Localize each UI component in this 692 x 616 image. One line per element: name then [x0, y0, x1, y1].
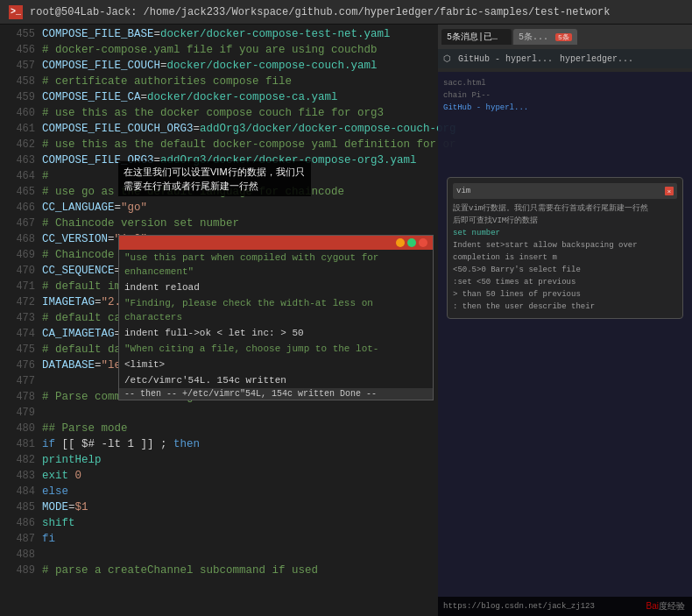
maximize-icon[interactable] — [407, 238, 416, 247]
popup-line-3: set number — [453, 227, 677, 239]
line-content: # docker-compose.yaml file if you are us… — [42, 44, 378, 56]
line-number: 474 — [7, 328, 35, 340]
line-number: 459 — [7, 91, 35, 103]
title-text: root@504Lab-Jack: /home/jack233/Workspac… — [30, 6, 611, 18]
github-link[interactable]: GitHub - hyperl... — [458, 54, 553, 64]
terminal-line-485: 485 MODE=$1 — [0, 501, 455, 517]
terminal-line-466: 466CC_LANGUAGE="go" — [0, 202, 455, 217]
vim-bottom-bar: -- then -- +/etc/vimrc"54L, 154c written… — [119, 388, 433, 400]
line-number: 468 — [7, 233, 35, 245]
cn-annotation-text: 在这里我们可以设置VIM行的数据，我们只需要在行首或者行尾新建一行然 — [124, 166, 305, 191]
line-number: 486 — [7, 517, 35, 529]
line-content: exit 0 — [42, 470, 81, 482]
baidu-text: Bai — [646, 601, 659, 611]
right-panel: 5条消息|已暂沉|Fabr... × 5条... 5条 ⬡ GitHub - h… — [438, 25, 692, 616]
browser-nav[interactable]: ⬡ GitHub - hyperl... hyperledger... — [438, 49, 692, 68]
terminal-line-459: 459COMPOSE_FILE_CA=docker/docker-compose… — [0, 91, 455, 107]
terminal-line-481: 481if [[ $# -lt 1 ]] ; then — [0, 438, 455, 454]
line-number: 458 — [7, 75, 35, 88]
terminal-line-458: 458# certificate authorities compose fil… — [0, 75, 455, 91]
line-number: 476 — [7, 359, 35, 372]
line-number: 456 — [7, 44, 35, 56]
popup-line-1: 設置vim行数据。我们只需要在行首或者行尾新建一行然 — [453, 202, 677, 215]
line-content: COMPOSE_FILE_COUCH_ORG3=addOrg3/docker/d… — [42, 123, 455, 135]
csdn-url: https://blog.csdn.net/jack_zj123 — [438, 602, 595, 611]
terminal-line-460: 460# use this as the docker compose couc… — [0, 107, 455, 123]
line-content: # Chaincode version set number — [42, 217, 239, 230]
vim-line-7: /etc/vimrc'54L. 154c written — [119, 372, 433, 388]
vim-line-5: "When citing a file, choose jump to the … — [119, 341, 433, 357]
line-number: 478 — [7, 391, 35, 403]
line-number: 485 — [7, 501, 35, 513]
line-number: 471 — [7, 280, 35, 293]
minimize-icon[interactable] — [396, 238, 405, 247]
popup-line-8: : then the user describe their — [453, 301, 677, 313]
line-number: 477 — [7, 375, 35, 387]
browser-tab-2[interactable]: 5条... 5条 — [513, 29, 577, 45]
terminal-line-467: 467# Chaincode version set number — [0, 217, 455, 233]
line-number: 473 — [7, 312, 35, 324]
line-content: CC_SEQUENCE=1 — [42, 265, 128, 277]
browser-content: sacc.html chain Pi-- GitHub - hyperl... … — [438, 72, 692, 616]
vim-line-6: <limit> — [119, 357, 433, 372]
terminal-line-456: 456# docker-compose.yaml file if you are… — [0, 44, 455, 60]
popup-overlay: vim × 設置vim行数据。我们只需要在行首或者行尾新建一行然 后即可查找VI… — [447, 177, 683, 319]
line-content: # — [42, 170, 49, 182]
close-icon[interactable] — [419, 238, 427, 247]
line-number: 472 — [7, 296, 35, 308]
line-number: 483 — [7, 470, 35, 482]
line-content: MODE=$1 — [42, 501, 88, 513]
line-content: # parse a createChannel subcommand if us… — [42, 564, 318, 577]
line-content: CC_LANGUAGE="go" — [42, 202, 147, 214]
line-content: shift — [42, 517, 75, 529]
hyperledger-link[interactable]: hyperledger... — [560, 54, 633, 64]
line-number: 463 — [7, 154, 35, 166]
popup-title: vim — [456, 187, 470, 195]
terminal-line-484: 484else — [0, 485, 455, 501]
line-number: 462 — [7, 138, 35, 151]
line-number: 467 — [7, 217, 35, 230]
popup-line-2: 后即可查找VIM行的数据 — [453, 215, 677, 227]
line-content: printHelp — [42, 454, 102, 466]
vim-line-2: indent reload — [119, 280, 433, 295]
terminal-line-489: 489# parse a createChannel subcommand if… — [0, 564, 455, 580]
line-number: 480 — [7, 422, 35, 435]
line-number: 484 — [7, 485, 35, 498]
line-number: 465 — [7, 186, 35, 198]
terminal-line-462: 462# use this as the default docker-comp… — [0, 138, 455, 154]
popup-line-7: > than 50 lines of previous — [453, 288, 677, 301]
popup-close-button[interactable]: × — [665, 187, 674, 195]
line-content: ## Parse mode — [42, 422, 128, 435]
line-number: 455 — [7, 28, 35, 40]
line-content: if [[ $# -lt 1 ]] ; then — [42, 438, 200, 450]
main-area: 455COMPOSE_FILE_BASE=docker/docker-compo… — [0, 25, 692, 616]
popup-line-6: :set <50 times at previous — [453, 276, 677, 288]
terminal-line-483: 483 exit 0 — [0, 470, 455, 485]
line-content: # use this as the default docker-compose… — [42, 138, 455, 151]
terminal-icon: >_ — [9, 5, 23, 19]
vim-popup: "use this part when compiled with cygout… — [118, 235, 434, 400]
popup-line-4: Indent set>start allow backspacing over … — [453, 239, 677, 264]
popup-line-5: <50.5>0 Barry's select file — [453, 264, 677, 276]
line-content: COMPOSE_FILE_COUCH=docker/docker-compose… — [42, 60, 378, 72]
line-content: # use this as the docker compose couch f… — [42, 107, 384, 119]
line-number: 464 — [7, 170, 35, 182]
terminal-line-480: 480## Parse mode — [0, 422, 455, 438]
line-number: 460 — [7, 107, 35, 119]
line-content: fi — [42, 533, 55, 545]
line-number: 488 — [7, 549, 35, 561]
line-number: 457 — [7, 60, 35, 72]
line-number: 469 — [7, 249, 35, 261]
tab-label-2: 5条... — [519, 32, 548, 42]
line-number: 466 — [7, 202, 35, 214]
line-number: 479 — [7, 407, 35, 419]
browser-tab-active[interactable]: 5条消息|已暂沉|Fabr... × — [441, 29, 512, 45]
cn-annotation: 在这里我们可以设置VIM行的数据，我们只需要在行首或者行尾新建一行然 — [118, 161, 311, 196]
terminal-line-479: 479 — [0, 407, 455, 422]
bottom-bar: https://blog.csdn.net/jack_zj123 Bai度经验 — [438, 597, 692, 616]
vim-popup-bar — [119, 236, 433, 250]
browser-tabs[interactable]: 5条消息|已暂沉|Fabr... × 5条... 5条 — [438, 25, 692, 49]
line-number: 487 — [7, 533, 35, 545]
line-number: 482 — [7, 454, 35, 466]
line-number: 481 — [7, 438, 35, 450]
